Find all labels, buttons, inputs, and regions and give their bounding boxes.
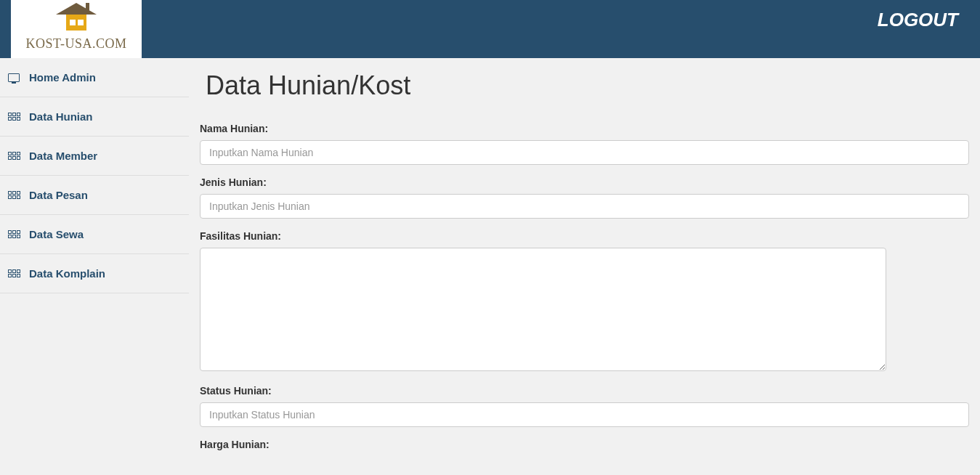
sidebar: Home Admin Data Hunian Data Member Data … bbox=[0, 58, 189, 473]
sidebar-item-label: Data Komplain bbox=[29, 267, 105, 280]
sidebar-item-data-pesan[interactable]: Data Pesan bbox=[0, 176, 189, 215]
nama-hunian-label: Nama Hunian: bbox=[200, 123, 969, 134]
sidebar-item-data-member[interactable]: Data Member bbox=[0, 137, 189, 176]
header: KOST-USA.COM LOGOUT bbox=[0, 0, 980, 58]
jenis-hunian-input[interactable] bbox=[200, 194, 969, 219]
jenis-hunian-label: Jenis Hunian: bbox=[200, 176, 969, 188]
harga-hunian-label: Harga Hunian: bbox=[200, 439, 969, 450]
sidebar-item-data-hunian[interactable]: Data Hunian bbox=[0, 97, 189, 137]
form-group-harga-hunian: Harga Hunian: bbox=[200, 439, 969, 450]
sidebar-item-label: Data Sewa bbox=[29, 228, 84, 240]
table-icon bbox=[7, 230, 20, 240]
logo[interactable]: KOST-USA.COM bbox=[11, 0, 142, 58]
sidebar-item-data-sewa[interactable]: Data Sewa bbox=[0, 215, 189, 254]
fasilitas-hunian-textarea[interactable] bbox=[200, 248, 886, 371]
monitor-icon bbox=[7, 73, 20, 83]
sidebar-item-label: Data Member bbox=[29, 150, 97, 162]
logo-house-icon bbox=[59, 7, 94, 31]
status-hunian-input[interactable] bbox=[200, 402, 969, 427]
table-icon bbox=[7, 190, 20, 200]
fasilitas-hunian-label: Fasilitas Hunian: bbox=[200, 230, 969, 242]
sidebar-item-label: Home Admin bbox=[29, 71, 96, 84]
nama-hunian-input[interactable] bbox=[200, 140, 969, 165]
logout-link[interactable]: LOGOUT bbox=[878, 0, 980, 31]
table-icon bbox=[7, 112, 20, 122]
status-hunian-label: Status Hunian: bbox=[200, 385, 969, 397]
page-title: Data Hunian/Kost bbox=[206, 70, 969, 101]
sidebar-item-home-admin[interactable]: Home Admin bbox=[0, 58, 189, 97]
sidebar-item-label: Data Hunian bbox=[29, 110, 93, 123]
form-group-status-hunian: Status Hunian: bbox=[200, 385, 969, 427]
main-content: Data Hunian/Kost Nama Hunian: Jenis Huni… bbox=[189, 58, 980, 473]
table-icon bbox=[7, 269, 20, 279]
form-group-fasilitas-hunian: Fasilitas Hunian: bbox=[200, 230, 969, 373]
sidebar-item-data-komplain[interactable]: Data Komplain bbox=[0, 254, 189, 293]
form-group-jenis-hunian: Jenis Hunian: bbox=[200, 176, 969, 219]
logo-text: KOST-USA.COM bbox=[26, 36, 127, 52]
form-group-nama-hunian: Nama Hunian: bbox=[200, 123, 969, 165]
sidebar-item-label: Data Pesan bbox=[29, 189, 88, 201]
table-icon bbox=[7, 151, 20, 161]
